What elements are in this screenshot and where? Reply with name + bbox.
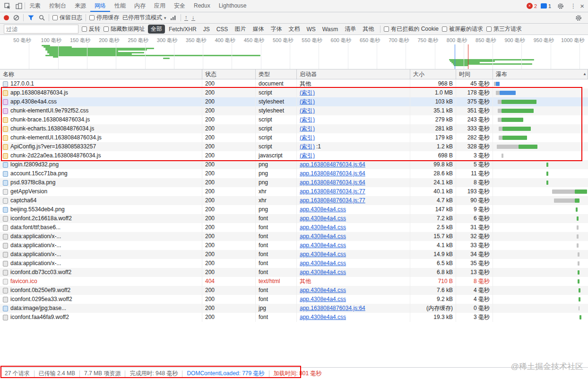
table-row[interactable]: login.f2809d32.png200pngapp.163808487603… [0,160,588,169]
table-row[interactable]: captcha64200xhrapp.1638084876034.js:774.… [0,196,588,205]
initiator-link[interactable]: (索引) [300,89,315,96]
filter-pill[interactable]: 全部 [148,25,165,34]
table-row[interactable]: chunk-elementUI.9e792f52.css200styleshee… [0,106,588,115]
tab-Lighthouse[interactable]: Lighthouse [215,0,251,12]
column-header[interactable]: 瀑布 [493,69,588,79]
initiator-link[interactable]: app.4308e4a4.css [300,314,346,320]
column-header[interactable]: 大小 [410,69,456,79]
initiator-link[interactable]: app.4308e4a4.css [300,251,346,258]
table-row[interactable]: data:application/x-...200fontapp.4308e4a… [0,241,588,250]
table-row[interactable]: iconfont.0b250ef9.woff2200fontapp.4308e4… [0,286,588,295]
initiator-link[interactable]: app.4308e4a4.css [300,215,346,222]
initiator-link[interactable]: (索引) [300,125,315,132]
tab-内存[interactable]: 内存 [130,0,150,12]
tab-Redux[interactable]: Redux [190,0,215,12]
filter-pill[interactable]: 字体 [268,25,285,34]
initiator-link[interactable]: app.1638084876034.js:64 [300,305,365,311]
table-row[interactable]: chunk-echarts.1638084876034.js200script(… [0,124,588,133]
issues-badge[interactable]: 1 [541,3,551,9]
blocked-requests-checkbox[interactable]: 被屏蔽的请求 [442,25,483,33]
table-row[interactable]: data:image/jpg;base...200jpgapp.16380848… [0,304,588,313]
initiator-link[interactable]: app.4308e4a4.css [300,269,346,276]
close-icon[interactable]: × [580,2,584,10]
initiator-link[interactable]: (索引) [300,143,315,150]
network-conditions-icon[interactable] [170,12,177,24]
settings-gear-icon[interactable] [555,0,566,12]
filter-funnel-icon[interactable] [27,12,35,24]
table-row[interactable]: psd.937f8c8a.png200pngapp.1638084876034.… [0,178,588,187]
filter-input[interactable] [4,25,78,34]
table-row[interactable]: data:font/ttf;base6...200fontapp.4308e4a… [0,223,588,232]
inspect-element-icon[interactable] [2,0,13,12]
filter-pill[interactable]: 清单 [342,25,359,34]
tab-安全[interactable]: 安全 [170,0,190,12]
table-row[interactable]: data:application/x-...200fontapp.4308e4a… [0,259,588,268]
filter-pill[interactable]: WS [303,26,318,33]
initiator-link[interactable]: app.4308e4a4.css [300,260,346,267]
initiator-link[interactable]: (索引) [300,134,315,141]
initiator-link[interactable]: app.1638084876034.js:64 [300,161,365,168]
column-header[interactable]: 名称 [0,69,202,79]
throttling-dropdown[interactable]: 已停用节流模式 ▾ [122,14,166,22]
network-settings-gear-icon[interactable] [573,12,584,24]
initiator-link[interactable]: app.1638084876034.js:77 [300,188,365,195]
tab-网络[interactable]: 网络 [90,0,110,12]
network-overview[interactable]: 50 毫秒100 毫秒150 毫秒200 毫秒250 毫秒300 毫秒350 毫… [0,35,588,69]
table-row[interactable]: chunk-brace.1638084876034.js200script(索引… [0,115,588,124]
initiator-link[interactable]: app.4308e4a4.css [300,287,346,293]
filter-pill[interactable]: Fetch/XHR [166,26,199,33]
hide-data-urls-checkbox[interactable]: 隐藏数据网址 [104,25,145,33]
filter-pill[interactable]: 其他 [360,25,377,34]
tab-性能[interactable]: 性能 [110,0,130,12]
initiator-link[interactable]: app.4308e4a4.css [300,224,346,231]
initiator-link[interactable]: app.4308e4a4.css [300,233,346,240]
table-row[interactable]: chunk-elementUI.1638084876034.js200scrip… [0,133,588,142]
table-row[interactable]: app.1638084876034.js200script(索引)1.0 MB1… [0,88,588,97]
filter-pill[interactable]: Wasm [320,26,341,33]
tab-控制台[interactable]: 控制台 [45,0,70,12]
table-row[interactable]: ApiConfig.js?ver=1638085833257200script(… [0,142,588,151]
third-party-checkbox[interactable]: 第三方请求 [486,25,522,33]
export-har-icon[interactable]: ↓ [191,15,195,21]
initiator-link[interactable]: app.4308e4a4.css [300,296,346,302]
initiator-link[interactable]: (索引) [300,152,315,159]
tab-来源[interactable]: 来源 [70,0,90,12]
tab-应用[interactable]: 应用 [150,0,170,12]
table-row[interactable]: app.4308e4a4.css200stylesheet(索引)103 kB3… [0,97,588,106]
preserve-log-checkbox[interactable]: 保留日志 [52,14,82,22]
column-header[interactable]: 状态 [202,69,256,79]
scrollbar-up-icon[interactable]: ▲ [583,72,587,76]
table-row[interactable]: data:application/x-...200fontapp.4308e4a… [0,232,588,241]
table-row[interactable]: data:application/x-...200fontapp.4308e4a… [0,250,588,259]
initiator-link[interactable]: (索引) [300,116,315,123]
initiator-link[interactable]: (索引) [300,107,315,114]
table-row[interactable]: getAppVersion200xhrapp.1638084876034.js:… [0,187,588,196]
table-row[interactable]: iconfont.faa46fa9.woff2200fontapp.4308e4… [0,313,588,322]
table-row[interactable]: beijing.5534deb4.png200pngapp.4308e4a4.c… [0,205,588,214]
table-row[interactable]: 127.0.0.1200document其他968 B45 毫秒 [0,79,588,88]
error-badge[interactable]: × 2 [527,3,537,9]
column-header[interactable]: 启动器 [297,69,410,79]
clear-icon[interactable] [12,12,20,24]
table-row[interactable]: iconfont.0295ea33.woff2200fontapp.4308e4… [0,295,588,304]
column-header[interactable]: 类型 [256,69,297,79]
initiator-link[interactable]: app.4308e4a4.css [300,242,346,249]
initiator-link[interactable]: app.1638084876034.js:77 [300,197,365,204]
more-options-icon[interactable]: ⋮ [570,2,576,9]
filter-pill[interactable]: 媒体 [250,25,267,34]
table-row[interactable]: chunk-2d22a0ea.1638084876034.js200javasc… [0,151,588,160]
filter-pill[interactable]: 文档 [285,25,303,34]
import-har-icon[interactable]: ↑ [184,15,188,21]
tab-元素[interactable]: 元素 [25,0,45,12]
blocked-cookies-checkbox[interactable]: 有已拦截的 Cookie [384,25,439,33]
record-button[interactable] [4,15,9,20]
disable-cache-checkbox[interactable]: 停用缓存 [89,14,119,22]
table-row[interactable]: account.15cc71ba.png200pngapp.1638084876… [0,169,588,178]
invert-checkbox[interactable]: 反转 [82,25,100,33]
initiator-link[interactable]: app.4308e4a4.css [300,206,346,213]
device-toolbar-icon[interactable] [13,0,25,12]
initiator-link[interactable]: app.1638084876034.js:64 [300,179,365,186]
table-row[interactable]: favicon.ico404text/html其他710 B8 毫秒 [0,277,588,286]
filter-pill[interactable]: 图片 [232,25,249,34]
search-icon[interactable] [38,12,45,24]
